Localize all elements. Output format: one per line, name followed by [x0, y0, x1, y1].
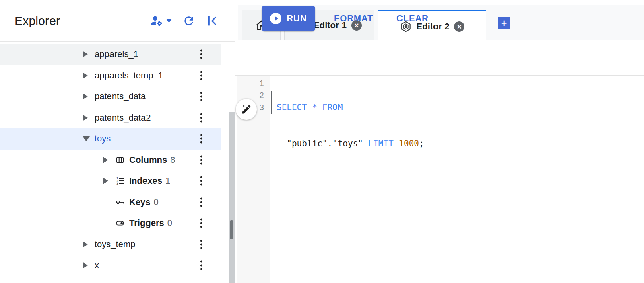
sql-line-1: SELECT * FROM	[277, 103, 343, 112]
add-editor-tab-button[interactable]: +	[498, 17, 510, 29]
editor-toolbar	[235, 40, 644, 76]
tree-item-x[interactable]: x	[0, 255, 221, 276]
tab-editor-2[interactable]: Editor 2 ×	[378, 10, 486, 42]
expand-arrow-icon[interactable]	[83, 92, 89, 100]
magic-pencil-icon	[241, 104, 252, 115]
sql-table-ref: "public"."toys"	[277, 139, 368, 148]
expand-arrow-icon[interactable]	[83, 114, 89, 122]
collapse-arrow-icon[interactable]	[83, 135, 89, 143]
tree-item-apparels_temp_1[interactable]: apparels_temp_1	[0, 65, 221, 86]
explorer-panel: Explorer	[0, 0, 235, 283]
trigger-icon	[115, 218, 125, 228]
format-button[interactable]: FORMAT	[334, 6, 373, 31]
refresh-icon[interactable]	[182, 14, 195, 27]
tree-item-keys[interactable]: Keys 0	[0, 192, 221, 213]
explorer-header: Explorer	[0, 0, 235, 42]
scrollbar-thumb[interactable]	[230, 220, 233, 239]
tree-item-patents_data2[interactable]: patents_data2	[0, 107, 221, 129]
explorer-actions	[150, 0, 219, 41]
expander-spacer	[103, 198, 109, 206]
tree-item-indexes[interactable]: 1 2 3 Indexes 1	[0, 170, 221, 192]
row-menu-icon[interactable]	[198, 237, 205, 251]
tree-item-apparels_1[interactable]: apparels_1	[0, 44, 221, 65]
sql-keyword-limit: LIMIT	[368, 139, 399, 148]
row-menu-icon[interactable]	[198, 195, 205, 209]
play-icon	[270, 12, 282, 25]
sql-editor[interactable]: 1 2 3 SELECT * FROM "public"."toys" LIMI…	[235, 76, 644, 283]
expand-arrow-icon[interactable]	[83, 261, 89, 269]
svg-text:3: 3	[116, 182, 118, 185]
line-number: 1	[237, 77, 270, 89]
tree-item-columns[interactable]: Columns 8	[0, 150, 221, 171]
sql-code[interactable]: SELECT * FROM "public"."toys" LIMIT 1000…	[277, 77, 424, 210]
row-menu-icon[interactable]	[198, 132, 205, 146]
collapse-panel-icon[interactable]	[206, 14, 219, 27]
explorer-title: Explorer	[14, 14, 60, 28]
columns-icon	[115, 155, 125, 165]
row-menu-icon[interactable]	[198, 216, 205, 230]
explorer-tree: apparels_1 apparels_temp_1 patents_data …	[0, 44, 221, 276]
expander-spacer	[103, 219, 109, 227]
row-menu-icon[interactable]	[198, 174, 205, 188]
run-button[interactable]: RUN	[262, 6, 315, 31]
item-count: 0	[167, 218, 172, 228]
row-menu-icon[interactable]	[198, 90, 205, 104]
expand-arrow-icon[interactable]	[83, 240, 89, 248]
manage-accounts-icon[interactable]	[150, 14, 172, 28]
tree-item-toys[interactable]: toys	[0, 128, 221, 150]
sql-number: 1000	[398, 139, 419, 148]
row-menu-icon[interactable]	[198, 153, 205, 167]
expand-arrow-icon[interactable]	[103, 156, 109, 164]
expand-arrow-icon[interactable]	[103, 177, 109, 185]
clear-button[interactable]: CLEAR	[396, 6, 429, 31]
sql-semicolon: ;	[419, 139, 424, 148]
row-menu-icon[interactable]	[198, 47, 205, 62]
run-label: RUN	[287, 13, 307, 24]
close-tab-icon[interactable]: ×	[454, 21, 464, 32]
sidebar-scrollbar[interactable]	[229, 112, 235, 283]
ai-edit-fab[interactable]	[236, 99, 257, 120]
expand-arrow-icon[interactable]	[83, 72, 89, 80]
item-count: 0	[154, 197, 159, 207]
item-count: 8	[170, 155, 175, 165]
statement-indicator	[271, 91, 272, 114]
row-menu-icon[interactable]	[198, 258, 205, 273]
item-count: 1	[165, 176, 170, 186]
expand-arrow-icon[interactable]	[83, 50, 89, 58]
tree-item-triggers[interactable]: Triggers 0	[0, 213, 221, 234]
tree-item-patents_data[interactable]: patents_data	[0, 86, 221, 107]
row-menu-icon[interactable]	[198, 68, 205, 82]
key-icon	[115, 197, 125, 207]
tree-item-toys_temp[interactable]: toys_temp	[0, 234, 221, 255]
indexes-icon: 1 2 3	[115, 176, 125, 186]
chevron-down-icon	[166, 19, 172, 23]
row-menu-icon[interactable]	[198, 111, 205, 125]
